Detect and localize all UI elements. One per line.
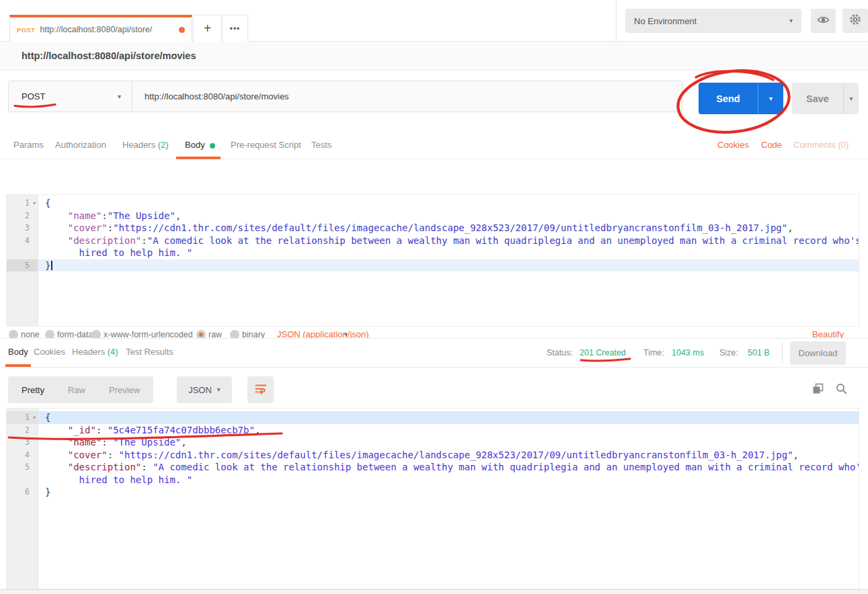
json-punctuation: : [141, 235, 147, 246]
environment-selector[interactable]: No Environment ▾ [625, 9, 801, 33]
json-punctuation: : [108, 222, 113, 233]
search-response-button[interactable] [836, 383, 847, 397]
request-title: http://localhost:8080/api/store/movies [22, 50, 196, 61]
headers-count-badge: (2) [158, 140, 169, 150]
line-number: 2 [7, 210, 38, 222]
url-input[interactable] [132, 91, 682, 101]
code-line-active: 1▾ { [7, 411, 859, 424]
save-button[interactable]: Save [792, 83, 843, 114]
size-label: Size: [719, 348, 738, 357]
environment-quicklook-button[interactable] [811, 9, 836, 33]
line-number [7, 474, 38, 486]
line-number: 1▾ [7, 411, 38, 424]
response-tab-body[interactable]: Body [8, 347, 28, 357]
tab-body[interactable]: Body [185, 140, 205, 150]
annotation-send-circle-overlap [696, 71, 773, 80]
code-line: 4 "cover": "https://cdn1.thr.com/sites/d… [7, 449, 859, 462]
send-button-group: Send ▾ [699, 83, 783, 114]
line-number: 4 [7, 449, 38, 462]
json-value: "The Upside" [113, 437, 181, 448]
tab-authorization[interactable]: Authorization [55, 140, 106, 150]
search-icon [836, 385, 847, 396]
json-value: "A comedic look at the relationship betw… [147, 235, 859, 246]
send-options-button[interactable]: ▾ [758, 83, 783, 114]
code-line: 4 "description":"A comedic look at the r… [7, 235, 859, 247]
tab-tests[interactable]: Tests [311, 140, 331, 150]
code-line: 5 "description": "A comedic look at the … [7, 461, 859, 474]
json-value: "5c4e715fa74c07dbbb6ecb7b" [108, 425, 255, 435]
url-builder: POST ▾ [8, 81, 682, 112]
radio-selected-dot [199, 333, 203, 337]
json-value: hired to help him. " [45, 247, 192, 258]
cookies-link[interactable]: Cookies [717, 140, 749, 150]
code-line-active: 5 } [7, 259, 859, 272]
code-line: 2 "name":"The Upside", [7, 210, 859, 222]
code-line-wrap: hired to help him. " [7, 247, 859, 259]
response-meta-bar: Body Cookies Headers (4) Test Results St… [0, 338, 868, 368]
json-punctuation: } [45, 486, 50, 497]
size-value: 501 B [748, 348, 770, 357]
chevron-down-icon: ▾ [849, 95, 853, 102]
chevron-down-icon: ▾ [769, 95, 773, 102]
code-link[interactable]: Code [761, 140, 782, 150]
request-body-editor[interactable]: 1▾ { 2 "name":"The Upside", 3 "cover":"h… [6, 194, 859, 327]
body-type-row: none form-data x-www-form-urlencoded raw… [0, 159, 868, 192]
code-line: 3 "cover":"https://cdn1.thr.com/sites/de… [7, 222, 859, 235]
send-button[interactable]: Send [699, 83, 758, 114]
response-view-controls: Pretty Raw Preview JSON ▾ [0, 368, 868, 408]
tab-params[interactable]: Params [13, 140, 44, 150]
json-key: "description" [45, 462, 141, 472]
json-punctuation: , [175, 210, 181, 221]
eye-icon [817, 15, 830, 27]
json-punctuation: : [102, 437, 113, 448]
request-title-row: http://localhost:8080/api/store/movies [0, 42, 868, 71]
wrap-lines-button[interactable] [247, 376, 274, 403]
copy-icon [812, 385, 824, 396]
view-pretty[interactable]: Pretty [22, 385, 44, 395]
json-punctuation: , [793, 450, 799, 460]
view-preview[interactable]: Preview [109, 385, 140, 395]
fold-toggle-icon[interactable]: ▾ [33, 411, 36, 424]
json-value: "A comedic look at the relationship betw… [153, 462, 859, 472]
code-line: 1▾ { [7, 197, 859, 210]
footer-strip [0, 589, 868, 594]
tab-method-label: POST [17, 26, 35, 34]
body-filled-dot-icon [210, 143, 215, 148]
code-line-wrap: hired to help him. " [7, 474, 859, 486]
chevron-down-icon[interactable]: ▾ [344, 331, 348, 338]
response-tab-cookies[interactable]: Cookies [34, 347, 65, 357]
request-tab[interactable]: POST http://localhost:8080/api/store/ [9, 15, 192, 42]
json-punctuation: , [181, 437, 186, 448]
response-view-segmented: Pretty Raw Preview [8, 376, 153, 403]
chevron-down-icon: ▾ [789, 17, 793, 24]
response-tab-headers[interactable]: Headers (4) [72, 347, 118, 357]
new-tab-button[interactable]: + [193, 15, 222, 42]
comments-link[interactable]: Comments (0) [793, 140, 849, 150]
tab-pre-request-script[interactable]: Pre-request Script [231, 140, 301, 150]
line-number: 1▾ [7, 197, 38, 210]
json-punctuation: } [45, 260, 50, 271]
save-options-button[interactable]: ▾ [843, 83, 859, 114]
status-value: 201 Created [580, 348, 626, 357]
response-body-viewer[interactable]: 1▾ { 2 "_id": "5c4e715fa74c07dbbb6ecb7b"… [6, 408, 859, 589]
code-line: 3 "name": "The Upside", [7, 436, 859, 449]
json-punctuation: { [45, 412, 50, 423]
response-tab-test-results[interactable]: Test Results [126, 347, 173, 357]
tab-headers[interactable]: Headers (2) [122, 140, 169, 150]
view-raw[interactable]: Raw [68, 385, 85, 395]
json-key: "cover" [45, 222, 108, 233]
tab-overflow-button[interactable]: ••• [222, 15, 248, 42]
method-selector[interactable]: POST ▾ [9, 81, 132, 112]
line-number: 3 [7, 436, 38, 449]
copy-response-button[interactable] [812, 383, 824, 397]
header-bar: POST http://localhost:8080/api/store/ + … [0, 0, 868, 42]
fold-toggle-icon[interactable]: ▾ [33, 197, 36, 210]
json-key: "name" [45, 210, 102, 221]
unsaved-dot-icon [179, 27, 185, 33]
download-button[interactable]: Download [790, 341, 846, 365]
wrap-text-icon [254, 383, 268, 397]
response-format-selector[interactable]: JSON ▾ [177, 376, 232, 403]
settings-button[interactable] [842, 9, 868, 33]
json-punctuation: : [141, 462, 153, 472]
header-divider [616, 0, 617, 42]
